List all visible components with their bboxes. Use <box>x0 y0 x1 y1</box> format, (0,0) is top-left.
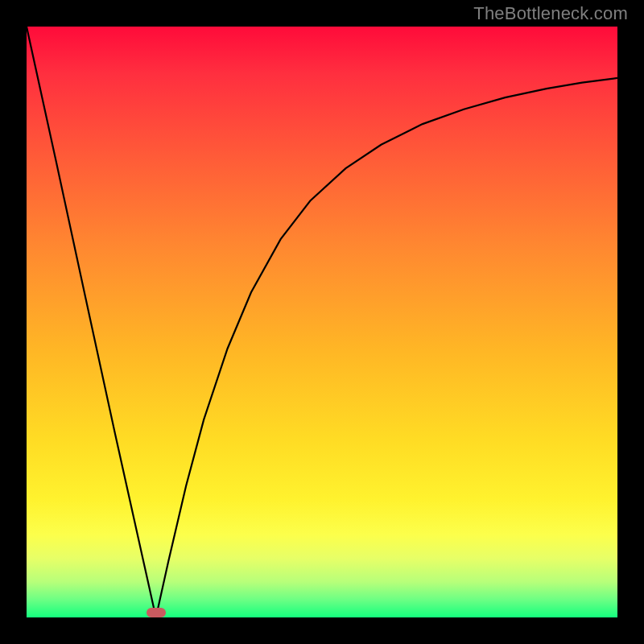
bottleneck-curve-path <box>27 27 617 617</box>
chart-frame: TheBottleneck.com <box>0 0 644 644</box>
plot-area <box>27 27 617 617</box>
watermark-text: TheBottleneck.com <box>473 3 628 24</box>
curve-svg <box>27 27 617 617</box>
minimum-marker <box>147 608 166 617</box>
